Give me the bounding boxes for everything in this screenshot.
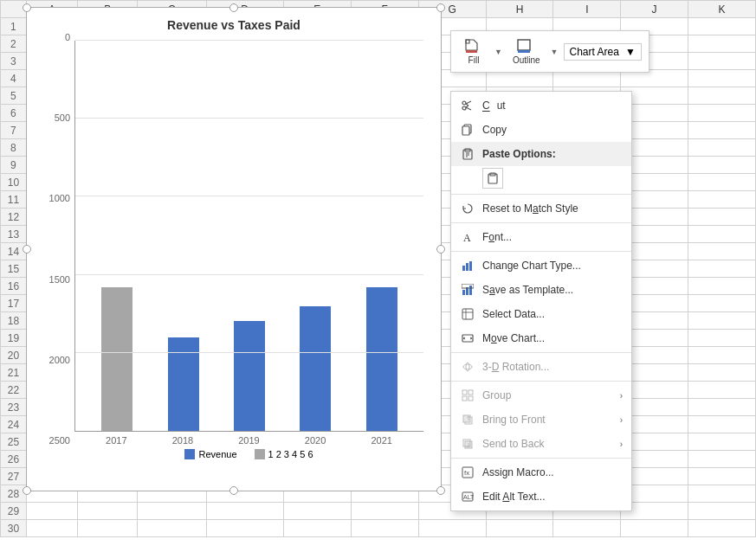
menu-divider-3 [451, 251, 631, 252]
menu-item-move-chart[interactable]: Move Chart... [451, 326, 631, 350]
row-13: 13 [1, 226, 27, 243]
cell-6k[interactable] [688, 105, 756, 122]
row-1-header: 1 [1, 18, 27, 35]
menu-item-assign-macro[interactable]: fx Assign Macro... [451, 460, 631, 485]
svg-rect-35 [468, 396, 473, 401]
row-24: 24 [1, 416, 27, 433]
chart-area-dropdown[interactable]: Chart Area ▼ [564, 43, 642, 61]
svg-line-5 [466, 101, 471, 104]
menu-item-edit-alt-text[interactable]: ALT Edit Alt Text... [451, 485, 631, 509]
group-label: Group [482, 389, 511, 401]
legend-swatch-revenue [184, 449, 195, 459]
assign-macro-label: Assign Macro... [482, 466, 554, 478]
resize-handle-bl[interactable] [23, 486, 31, 495]
svg-rect-21 [469, 261, 472, 271]
select-data-icon [460, 306, 475, 322]
outline-dropdown-arrow[interactable]: ▼ [551, 48, 559, 56]
menu-item-select-data[interactable]: Select Data... [451, 302, 631, 326]
outline-button[interactable]: Outline [507, 36, 546, 67]
cell-2k[interactable] [688, 35, 756, 53]
x-label-2019: 2019 [238, 435, 259, 446]
legend-series2: 1 2 3 4 5 6 [255, 449, 313, 459]
resize-handle-ml[interactable] [23, 245, 31, 254]
menu-item-font[interactable]: A Font... [451, 225, 631, 249]
fill-label: Fill [468, 55, 480, 65]
menu-item-cut[interactable]: Cut [451, 93, 631, 118]
resize-handle-tm[interactable] [229, 3, 238, 12]
menu-divider-1 [451, 194, 631, 195]
change-chart-label: Change Chart Type... [482, 260, 581, 272]
menu-item-paste-options[interactable]: Paste Options: [451, 142, 631, 166]
x-axis-labels: 2017 2018 2019 2020 2021 [74, 432, 423, 446]
save-template-label: Save as Template... [482, 284, 573, 296]
menu-item-send-back: Send to Back › [451, 432, 631, 456]
svg-rect-24 [469, 286, 472, 295]
bring-front-icon [460, 412, 475, 427]
x-label-2017: 2017 [106, 435, 126, 446]
paste-options-label: Paste Options: [482, 148, 556, 160]
menu-item-3d: 3-D Rotation... [451, 355, 631, 379]
resize-handle-br[interactable] [436, 486, 445, 495]
row-30: 30 [1, 520, 27, 537]
context-menu: Cut Copy Paste Options: Reset to Match S… [450, 91, 632, 511]
menu-item-bring-front: Bring to Front › [451, 408, 631, 432]
resize-handle-mr[interactable] [436, 245, 445, 254]
format-panel-row: Fill ▼ Outline ▼ Chart Area ▼ [458, 36, 642, 67]
svg-rect-19 [462, 266, 465, 271]
cell-5k[interactable] [688, 87, 756, 105]
cell-4k[interactable] [688, 70, 756, 87]
cell-3k[interactable] [688, 53, 756, 70]
row-27: 27 [1, 468, 27, 485]
send-back-arrow: › [620, 440, 623, 449]
resize-handle-bm[interactable] [229, 486, 238, 495]
resize-handle-tr[interactable] [436, 3, 445, 12]
copy-icon [460, 122, 475, 138]
menu-item-reset[interactable]: Reset to Match Style [451, 196, 631, 221]
chart-container[interactable]: Revenue vs Taxes Paid 2500 2000 1500 100… [26, 7, 442, 491]
font-icon: A [460, 229, 475, 245]
x-label-2021: 2021 [371, 435, 391, 446]
row-19: 19 [1, 330, 27, 347]
svg-point-3 [462, 101, 466, 105]
cell-7k[interactable] [688, 122, 756, 139]
resize-handle-tl[interactable] [23, 3, 31, 12]
row-23: 23 [1, 399, 27, 416]
legend-swatch-series2 [255, 449, 265, 459]
chart-area-label-text: Chart Area [570, 46, 619, 58]
save-template-icon [460, 282, 475, 298]
x-label-2020: 2020 [305, 435, 326, 446]
group-icon [460, 388, 475, 403]
3d-label: 3-D Rotation... [482, 361, 549, 373]
menu-divider-2 [451, 222, 631, 223]
move-chart-label: Move Chart... [482, 332, 545, 344]
col-i-header: I [553, 1, 621, 18]
fill-button[interactable]: Fill [458, 36, 489, 67]
menu-item-save-template[interactable]: Save as Template... [451, 278, 631, 302]
svg-rect-34 [462, 396, 467, 401]
menu-item-copy[interactable]: Copy [451, 118, 631, 142]
row-10: 10 [1, 174, 27, 191]
macro-icon: fx [460, 465, 475, 480]
paste-icon [460, 146, 475, 162]
row-25: 25 [1, 433, 27, 451]
svg-rect-33 [468, 390, 473, 395]
menu-item-change-chart[interactable]: Change Chart Type... [451, 254, 631, 278]
svg-line-6 [466, 107, 471, 110]
paste-icon-btn[interactable] [482, 168, 503, 189]
chart-legend: Revenue 1 2 3 4 5 6 [74, 446, 423, 463]
row-11: 11 [1, 191, 27, 209]
reset-icon [460, 201, 475, 216]
fill-icon [463, 38, 484, 55]
gridline-1000 [75, 274, 423, 275]
svg-text:ALT: ALT [463, 494, 474, 500]
paste-options-icons [451, 166, 631, 192]
menu-divider-6 [451, 458, 631, 459]
cell-1k[interactable] [688, 18, 756, 35]
fill-dropdown-arrow[interactable]: ▼ [494, 48, 502, 56]
menu-divider-4 [451, 352, 631, 353]
gridline-500 [75, 352, 423, 353]
gridline-2000 [75, 118, 423, 119]
format-panel: Fill ▼ Outline ▼ Chart Area ▼ [450, 30, 649, 73]
row-16: 16 [1, 278, 27, 295]
col-h-header: H [486, 1, 553, 18]
